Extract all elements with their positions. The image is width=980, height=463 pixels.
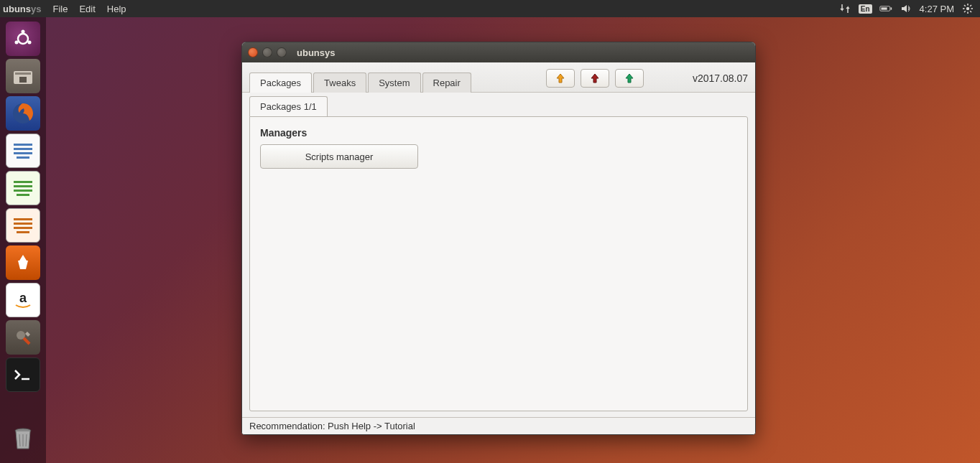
svg-line-11: [970, 5, 971, 6]
launcher-firefox[interactable]: [6, 96, 40, 131]
svg-line-9: [970, 11, 971, 12]
window-maximize-button[interactable]: [277, 47, 287, 57]
launcher-software-center[interactable]: [6, 245, 40, 280]
main-tabs: Packages Tweaks System Repair: [249, 72, 471, 92]
clock[interactable]: 4:27 PM: [920, 4, 954, 14]
svg-text:a: a: [19, 291, 27, 305]
tab-packages[interactable]: Packages: [249, 73, 312, 93]
menubar-app-name: ubunsys: [0, 4, 47, 14]
svg-point-13: [22, 30, 25, 34]
gear-icon[interactable]: [961, 2, 974, 15]
window-titlebar[interactable]: ubunsys: [242, 42, 755, 62]
tab-repair[interactable]: Repair: [422, 73, 471, 93]
sub-tabs: Packages 1/1: [249, 96, 748, 116]
launcher-dash[interactable]: [6, 22, 40, 56]
keyboard-indicator[interactable]: En: [859, 4, 872, 14]
launcher-amazon[interactable]: a: [6, 283, 40, 317]
launcher-files[interactable]: [6, 59, 40, 93]
window-close-button[interactable]: [248, 47, 258, 57]
menu-help[interactable]: Help: [101, 4, 132, 14]
svg-rect-1: [881, 7, 887, 9]
volume-icon[interactable]: [900, 2, 912, 15]
managers-heading: Managers: [260, 127, 737, 139]
svg-point-15: [28, 41, 32, 45]
toolbar-actions: v2017.08.07: [546, 69, 748, 92]
svg-point-3: [966, 7, 969, 10]
svg-point-12: [18, 34, 28, 44]
status-bar: Recommendation: Push Help -> Tutorial: [242, 417, 755, 434]
update-orange-button[interactable]: [546, 69, 575, 88]
menubar-right: En 4:27 PM: [838, 2, 980, 15]
app-window: ubunsys Packages Tweaks System Repair v2…: [241, 42, 756, 435]
update-red-button[interactable]: [581, 69, 609, 88]
launcher-trash[interactable]: [6, 421, 40, 456]
system-menubar: ubunsys File Edit Help En 4:27 PM: [0, 0, 980, 17]
status-text: Recommendation: Push Help -> Tutorial: [249, 421, 415, 431]
launcher-settings[interactable]: [6, 320, 40, 355]
menu-file[interactable]: File: [47, 4, 73, 14]
svg-rect-17: [15, 73, 31, 75]
svg-point-14: [15, 41, 19, 45]
sub-tab-packages[interactable]: Packages 1/1: [249, 96, 328, 116]
scripts-manager-button[interactable]: Scripts manager: [260, 144, 418, 169]
content-area: Packages 1/1 Managers Scripts manager: [242, 93, 755, 417]
launcher-impress[interactable]: [6, 208, 40, 243]
launcher-terminal[interactable]: [6, 357, 40, 392]
battery-icon[interactable]: [879, 2, 892, 15]
network-icon[interactable]: [838, 2, 851, 15]
svg-rect-2: [890, 7, 892, 9]
main-toolbar: Packages Tweaks System Repair v2017.08.0…: [242, 62, 755, 93]
update-green-button[interactable]: [615, 69, 644, 88]
svg-rect-18: [19, 77, 27, 83]
menubar-left: ubunsys File Edit Help: [0, 4, 132, 14]
menu-edit[interactable]: Edit: [73, 4, 101, 14]
launcher-writer[interactable]: [6, 134, 40, 168]
window-minimize-button[interactable]: [262, 47, 272, 57]
svg-line-10: [964, 11, 966, 12]
unity-launcher: a: [0, 17, 46, 463]
tab-tweaks[interactable]: Tweaks: [313, 73, 366, 93]
launcher-calc[interactable]: [6, 171, 40, 205]
packages-panel: Managers Scripts manager: [249, 116, 748, 411]
svg-line-8: [964, 5, 966, 6]
version-label: v2017.08.07: [693, 73, 748, 84]
tab-system[interactable]: System: [368, 73, 420, 93]
window-title: ubunsys: [297, 47, 335, 58]
